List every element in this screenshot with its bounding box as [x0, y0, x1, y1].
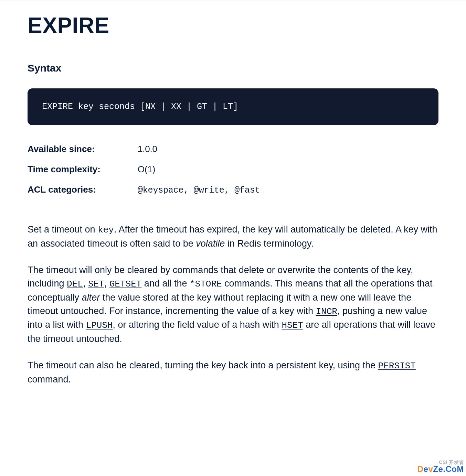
- emphasis-volatile: volatile: [196, 238, 225, 249]
- text: The timeout can also be cleared, turning…: [28, 360, 378, 370]
- metadata-table: Available since: 1.0.0 Time complexity: …: [28, 144, 438, 195]
- link-persist[interactable]: PERSIST: [378, 361, 416, 371]
- link-incr[interactable]: INCR: [316, 306, 337, 317]
- description-paragraph-2: The timeout will only be cleared by comm…: [28, 263, 438, 346]
- meta-label: Available since:: [28, 144, 138, 154]
- link-set[interactable]: SET: [88, 279, 104, 289]
- documentation-page: EXPIRE Syntax EXPIRE key seconds [NX | X…: [0, 0, 466, 420]
- meta-label: ACL categories:: [28, 184, 138, 195]
- text: and all the: [141, 278, 190, 289]
- meta-row-acl-categories: ACL categories: @keyspace, @write, @fast: [28, 184, 438, 195]
- description-paragraph-1: Set a timeout on key. After the timeout …: [28, 223, 438, 250]
- link-hset[interactable]: HSET: [282, 320, 303, 331]
- syntax-heading: Syntax: [28, 62, 438, 74]
- meta-row-available-since: Available since: 1.0.0: [28, 144, 438, 154]
- text: in Redis terminology.: [225, 238, 314, 249]
- description-paragraph-3: The timeout can also be cleared, turning…: [28, 359, 438, 386]
- link-getset[interactable]: GETSET: [109, 279, 142, 289]
- link-del[interactable]: DEL: [67, 279, 83, 289]
- emphasis-alter: alter: [82, 292, 100, 303]
- meta-value: 1.0.0: [138, 144, 157, 154]
- text: , or altering the field value of a hash …: [113, 320, 282, 330]
- page-title: EXPIRE: [28, 13, 438, 38]
- meta-value: @keyspace, @write, @fast: [138, 185, 260, 195]
- inline-code-key: key: [98, 225, 114, 235]
- text: command.: [28, 374, 71, 385]
- link-lpush[interactable]: LPUSH: [86, 320, 113, 331]
- text: Set a timeout on: [28, 224, 98, 235]
- inline-code-store: *STORE: [190, 279, 222, 289]
- syntax-code-block: EXPIRE key seconds [NX | XX | GT | LT]: [28, 88, 438, 125]
- meta-label: Time complexity:: [28, 164, 138, 175]
- text: ,: [104, 278, 109, 289]
- meta-row-time-complexity: Time complexity: O(1): [28, 164, 438, 175]
- meta-value: O(1): [138, 164, 155, 175]
- text: ,: [83, 278, 88, 289]
